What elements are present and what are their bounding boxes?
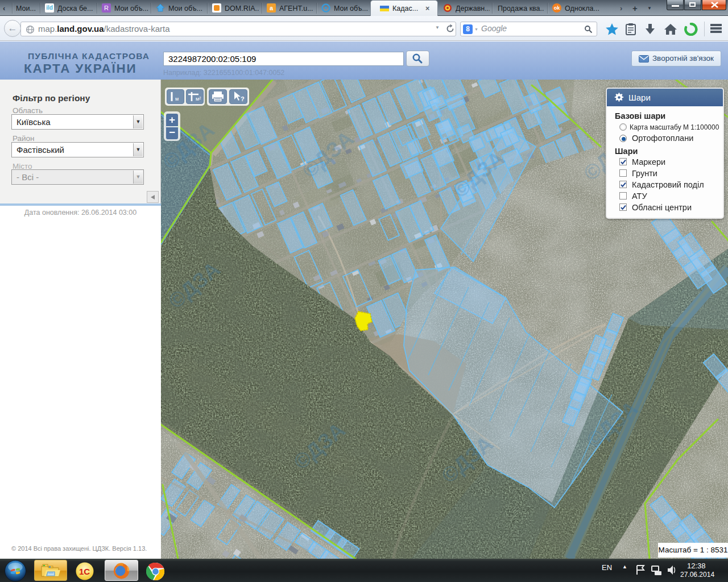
svg-text:м: м: [175, 96, 179, 102]
svg-text:1С: 1С: [79, 567, 90, 576]
svg-text:?: ?: [241, 95, 245, 102]
svg-text:м²: м²: [196, 96, 201, 102]
